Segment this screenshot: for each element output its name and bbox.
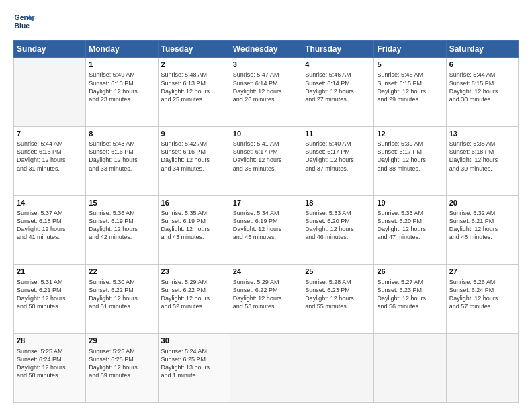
day-info: Sunrise: 5:37 AM Sunset: 6:18 PM Dayligh… xyxy=(17,209,83,242)
day-info: Sunrise: 5:41 AM Sunset: 6:17 PM Dayligh… xyxy=(233,140,299,173)
day-info: Sunrise: 5:48 AM Sunset: 6:13 PM Dayligh… xyxy=(161,71,227,103)
calendar-cell: 5Sunrise: 5:45 AM Sunset: 6:15 PM Daylig… xyxy=(374,58,446,127)
day-info: Sunrise: 5:43 AM Sunset: 6:16 PM Dayligh… xyxy=(89,140,154,173)
day-number: 19 xyxy=(377,198,443,208)
calendar-cell: 15Sunrise: 5:36 AM Sunset: 6:19 PM Dayli… xyxy=(86,195,158,265)
calendar-cell: 2Sunrise: 5:48 AM Sunset: 6:13 PM Daylig… xyxy=(158,58,230,127)
calendar-cell: 18Sunrise: 5:33 AM Sunset: 6:20 PM Dayli… xyxy=(302,195,374,265)
day-info: Sunrise: 5:40 AM Sunset: 6:17 PM Dayligh… xyxy=(305,140,371,173)
day-info: Sunrise: 5:25 AM Sunset: 6:25 PM Dayligh… xyxy=(89,347,154,380)
day-number: 25 xyxy=(305,267,371,277)
calendar-cell: 10Sunrise: 5:41 AM Sunset: 6:17 PM Dayli… xyxy=(230,126,302,195)
calendar-cell xyxy=(446,334,518,403)
col-header-tuesday: Tuesday xyxy=(158,41,230,58)
day-number: 10 xyxy=(233,129,299,139)
svg-text:General: General xyxy=(15,14,35,21)
calendar-header-row: SundayMondayTuesdayWednesdayThursdayFrid… xyxy=(14,41,519,58)
day-number: 20 xyxy=(449,198,515,208)
day-number: 8 xyxy=(89,129,154,139)
calendar-cell: 6Sunrise: 5:44 AM Sunset: 6:15 PM Daylig… xyxy=(446,58,518,127)
day-number: 1 xyxy=(89,60,154,70)
day-info: Sunrise: 5:31 AM Sunset: 6:21 PM Dayligh… xyxy=(17,278,83,311)
calendar-cell: 27Sunrise: 5:26 AM Sunset: 6:24 PM Dayli… xyxy=(446,265,518,334)
calendar-cell: 28Sunrise: 5:25 AM Sunset: 6:24 PM Dayli… xyxy=(14,334,86,403)
day-info: Sunrise: 5:34 AM Sunset: 6:19 PM Dayligh… xyxy=(233,209,299,242)
day-info: Sunrise: 5:35 AM Sunset: 6:19 PM Dayligh… xyxy=(161,209,227,242)
calendar-cell: 29Sunrise: 5:25 AM Sunset: 6:25 PM Dayli… xyxy=(86,334,158,403)
day-info: Sunrise: 5:47 AM Sunset: 6:14 PM Dayligh… xyxy=(233,71,299,103)
week-row-2: 7Sunrise: 5:44 AM Sunset: 6:15 PM Daylig… xyxy=(14,126,519,195)
day-number: 14 xyxy=(17,198,83,208)
day-number: 17 xyxy=(233,198,299,208)
day-info: Sunrise: 5:30 AM Sunset: 6:22 PM Dayligh… xyxy=(89,278,154,311)
week-row-1: 1Sunrise: 5:49 AM Sunset: 6:13 PM Daylig… xyxy=(14,58,519,127)
day-number: 26 xyxy=(377,267,443,277)
day-number: 15 xyxy=(89,198,154,208)
calendar-cell: 17Sunrise: 5:34 AM Sunset: 6:19 PM Dayli… xyxy=(230,195,302,265)
day-info: Sunrise: 5:29 AM Sunset: 6:22 PM Dayligh… xyxy=(233,278,299,311)
col-header-thursday: Thursday xyxy=(302,41,374,58)
logo: General Blue xyxy=(13,11,38,32)
day-info: Sunrise: 5:33 AM Sunset: 6:20 PM Dayligh… xyxy=(377,209,443,242)
day-number: 12 xyxy=(377,129,443,139)
header: General Blue xyxy=(13,11,519,32)
day-info: Sunrise: 5:26 AM Sunset: 6:24 PM Dayligh… xyxy=(449,278,515,311)
week-row-4: 21Sunrise: 5:31 AM Sunset: 6:21 PM Dayli… xyxy=(14,265,519,334)
calendar-cell: 4Sunrise: 5:46 AM Sunset: 6:14 PM Daylig… xyxy=(302,58,374,127)
calendar-cell: 16Sunrise: 5:35 AM Sunset: 6:19 PM Dayli… xyxy=(158,195,230,265)
calendar-cell: 30Sunrise: 5:24 AM Sunset: 6:25 PM Dayli… xyxy=(158,334,230,403)
day-info: Sunrise: 5:32 AM Sunset: 6:21 PM Dayligh… xyxy=(449,209,515,242)
day-number: 2 xyxy=(161,60,227,70)
calendar-cell: 20Sunrise: 5:32 AM Sunset: 6:21 PM Dayli… xyxy=(446,195,518,265)
col-header-monday: Monday xyxy=(86,41,158,58)
day-info: Sunrise: 5:45 AM Sunset: 6:15 PM Dayligh… xyxy=(377,71,443,103)
day-number: 9 xyxy=(161,129,227,139)
day-info: Sunrise: 5:28 AM Sunset: 6:23 PM Dayligh… xyxy=(305,278,371,311)
day-info: Sunrise: 5:42 AM Sunset: 6:16 PM Dayligh… xyxy=(161,140,227,173)
calendar-cell xyxy=(14,58,86,127)
calendar-table: SundayMondayTuesdayWednesdayThursdayFrid… xyxy=(13,40,519,403)
day-number: 27 xyxy=(449,267,515,277)
day-number: 5 xyxy=(377,60,443,70)
calendar-cell: 3Sunrise: 5:47 AM Sunset: 6:14 PM Daylig… xyxy=(230,58,302,127)
calendar-cell: 8Sunrise: 5:43 AM Sunset: 6:16 PM Daylig… xyxy=(86,126,158,195)
calendar-cell xyxy=(302,334,374,403)
calendar-cell: 21Sunrise: 5:31 AM Sunset: 6:21 PM Dayli… xyxy=(14,265,86,334)
day-info: Sunrise: 5:46 AM Sunset: 6:14 PM Dayligh… xyxy=(305,71,371,103)
day-info: Sunrise: 5:49 AM Sunset: 6:13 PM Dayligh… xyxy=(89,71,154,103)
day-number: 29 xyxy=(89,336,154,346)
day-info: Sunrise: 5:33 AM Sunset: 6:20 PM Dayligh… xyxy=(305,209,371,242)
col-header-sunday: Sunday xyxy=(14,41,86,58)
day-number: 11 xyxy=(305,129,371,139)
calendar-cell: 25Sunrise: 5:28 AM Sunset: 6:23 PM Dayli… xyxy=(302,265,374,334)
day-number: 4 xyxy=(305,60,371,70)
day-number: 30 xyxy=(161,336,227,346)
day-info: Sunrise: 5:27 AM Sunset: 6:23 PM Dayligh… xyxy=(377,278,443,311)
calendar-cell: 22Sunrise: 5:30 AM Sunset: 6:22 PM Dayli… xyxy=(86,265,158,334)
day-info: Sunrise: 5:25 AM Sunset: 6:24 PM Dayligh… xyxy=(17,347,83,380)
calendar-cell: 19Sunrise: 5:33 AM Sunset: 6:20 PM Dayli… xyxy=(374,195,446,265)
day-number: 3 xyxy=(233,60,299,70)
calendar-cell: 7Sunrise: 5:44 AM Sunset: 6:15 PM Daylig… xyxy=(14,126,86,195)
week-row-3: 14Sunrise: 5:37 AM Sunset: 6:18 PM Dayli… xyxy=(14,195,519,265)
day-info: Sunrise: 5:44 AM Sunset: 6:15 PM Dayligh… xyxy=(17,140,83,173)
col-header-saturday: Saturday xyxy=(446,41,518,58)
day-number: 16 xyxy=(161,198,227,208)
col-header-friday: Friday xyxy=(374,41,446,58)
col-header-wednesday: Wednesday xyxy=(230,41,302,58)
day-number: 28 xyxy=(17,336,83,346)
day-number: 7 xyxy=(17,129,83,139)
day-info: Sunrise: 5:44 AM Sunset: 6:15 PM Dayligh… xyxy=(449,71,515,103)
day-number: 18 xyxy=(305,198,371,208)
day-number: 24 xyxy=(233,267,299,277)
day-number: 22 xyxy=(89,267,154,277)
svg-text:Blue: Blue xyxy=(15,22,30,30)
calendar-cell: 24Sunrise: 5:29 AM Sunset: 6:22 PM Dayli… xyxy=(230,265,302,334)
calendar-cell: 1Sunrise: 5:49 AM Sunset: 6:13 PM Daylig… xyxy=(86,58,158,127)
day-info: Sunrise: 5:29 AM Sunset: 6:22 PM Dayligh… xyxy=(161,278,227,311)
calendar-cell xyxy=(374,334,446,403)
day-number: 21 xyxy=(17,267,83,277)
calendar-cell: 11Sunrise: 5:40 AM Sunset: 6:17 PM Dayli… xyxy=(302,126,374,195)
day-info: Sunrise: 5:39 AM Sunset: 6:17 PM Dayligh… xyxy=(377,140,443,173)
calendar-cell: 13Sunrise: 5:38 AM Sunset: 6:18 PM Dayli… xyxy=(446,126,518,195)
